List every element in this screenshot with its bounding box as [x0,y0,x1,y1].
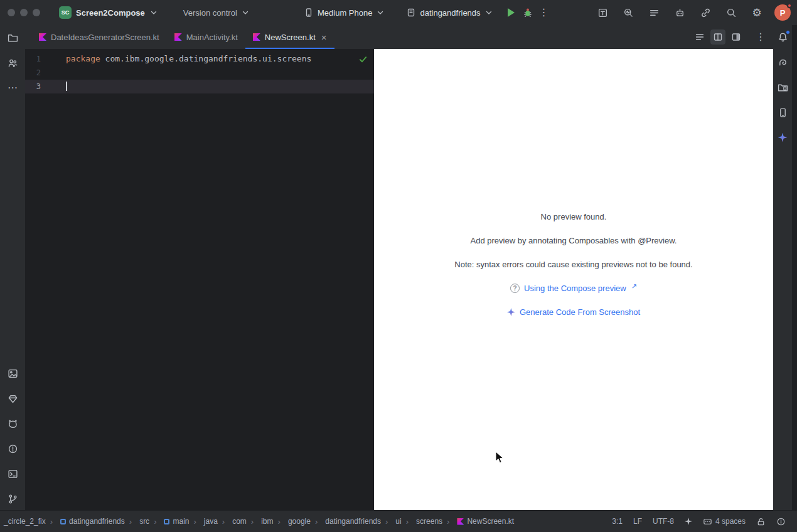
design-view-button[interactable] [729,29,744,45]
left-tool-stripe: ⋯ [0,25,25,510]
chevron-down-icon [484,8,493,17]
terminal-tool-button[interactable] [4,465,21,482]
inspections-widget[interactable] [358,55,368,64]
device-explorer-tool-button[interactable] [774,79,791,95]
code-view-button[interactable] [692,29,707,45]
breadcrumb-item[interactable]: ibm [247,517,274,526]
breadcrumb-item[interactable]: com [218,517,247,526]
tab-label: MainActivity.kt [186,33,238,42]
kotlin-file-icon [253,33,260,41]
phone-icon [304,8,314,18]
line-number: 3 [25,80,41,93]
more-actions-button[interactable]: ⋮ [536,4,552,21]
code-line: package com.ibm.google.datingandfriends.… [66,52,311,66]
ai-status-widget[interactable] [685,518,692,525]
breadcrumb: _circle_2_fix datingandfriends src main … [4,517,514,526]
breadcrumb-item[interactable]: src [125,517,149,526]
split-view-button[interactable] [710,29,725,45]
run-configuration-selector[interactable]: datingandfriends [402,5,496,20]
project-tool-button[interactable] [4,29,21,46]
sparkle-icon [507,308,515,316]
settings-button[interactable]: ⚙ [749,4,765,21]
compose-preview-docs-link[interactable]: Using the Compose preview [524,284,626,293]
tab-mainactivity[interactable]: MainActivity.kt [167,25,245,49]
maximize-window-button[interactable] [33,9,40,16]
device-manager-tool-button[interactable] [774,104,791,120]
close-window-button[interactable] [8,9,15,16]
close-tab-icon[interactable]: × [321,33,327,42]
external-link-icon: ↗ [631,282,637,291]
project-name: Screen2Compose [76,8,145,18]
layout-inspector-button[interactable] [594,4,611,21]
kotlin-file-icon [174,33,182,41]
profiler-button[interactable] [620,4,636,21]
generate-code-link[interactable]: Generate Code From Screenshot [520,307,640,317]
cursor-position-widget[interactable]: 3:1 [612,517,623,526]
current-line-highlight [25,80,374,93]
link-icon [700,8,711,18]
logcat-tool-button[interactable] [4,415,21,432]
gradle-tool-button[interactable] [774,54,791,70]
indent-widget[interactable]: 4 spaces [703,517,746,526]
ide-messages-widget[interactable] [776,517,786,526]
minimize-window-button[interactable] [20,9,28,16]
right-tool-stripe [773,25,792,510]
generate-code-row: Generate Code From Screenshot [507,307,640,317]
bug-icon [522,7,533,18]
vcs-widget[interactable]: Version control [183,8,250,18]
run-configuration-label: datingandfriends [420,8,480,18]
line-separator-widget[interactable]: LF [633,517,642,526]
search-everywhere-button[interactable] [723,4,739,21]
encoding-widget[interactable]: UTF-8 [653,517,674,526]
code-text: com.ibm.google.datingandfriends.ui.scree… [100,54,312,63]
terminal-icon [8,469,18,479]
gemini-tool-button[interactable] [774,129,791,146]
debug-button[interactable] [520,4,536,21]
cat-icon [8,418,18,429]
breadcrumb-item-file[interactable]: NewScreen.kt [442,517,514,526]
folder-icon [8,33,18,43]
editor-options-button[interactable]: ⋮ [753,29,768,45]
robot-icon [675,8,685,18]
folder-phone-icon [778,82,788,93]
breadcrumb-item[interactable]: main [149,517,189,526]
notifications-button[interactable] [774,29,791,45]
breadcrumb-item[interactable]: screens [402,517,442,526]
preview-title: No preview found. [541,212,607,221]
resource-manager-tool-button[interactable] [4,364,21,382]
device-selector[interactable]: Medium Phone [300,5,388,20]
version-control-tool-button[interactable] [4,490,21,508]
breadcrumb-item[interactable]: _circle_2_fix [4,517,46,526]
collaboration-tool-button[interactable] [4,54,21,72]
logcat-button[interactable] [646,4,662,21]
people-icon [8,58,18,68]
project-widget[interactable]: SC Screen2Compose [55,4,162,21]
breadcrumb-item[interactable]: datingandfriends [46,517,125,526]
problems-tool-button[interactable] [4,440,21,457]
code-view-icon [695,32,705,42]
module-icon [164,519,169,524]
tab-dateideasgeneratorscreen[interactable]: DateIdeasGeneratorScreen.kt [31,25,167,49]
more-tool-windows-button[interactable]: ⋯ [4,79,21,97]
ai-assistant-button[interactable] [671,4,688,21]
breadcrumb-item[interactable]: google [274,517,311,526]
run-button[interactable] [503,4,520,21]
breadcrumb-item[interactable]: java [189,517,217,526]
module-icon [60,519,66,524]
breadcrumb-item[interactable]: datingandfriends [311,517,381,526]
avatar[interactable]: P [774,4,791,21]
avatar-initial: P [780,8,786,18]
device-pairing-button[interactable] [697,4,714,21]
read-only-toggle[interactable] [756,517,766,526]
gradle-elephant-icon [778,57,788,68]
code-editor[interactable]: 1 2 3 package com.ibm.google.datingandfr… [25,49,374,510]
breadcrumb-item[interactable]: ui [381,517,402,526]
editor-tab-bar: DateIdeasGeneratorScreen.kt MainActivity… [25,25,773,49]
gemini-icon [778,133,788,142]
tab-newscreen[interactable]: NewScreen.kt × [245,25,334,49]
diamond-icon [8,393,18,404]
build-variants-tool-button[interactable] [4,390,21,407]
notification-dot [786,30,790,35]
preview-hint-annotate: Add preview by annotating Composables wi… [471,236,677,245]
vcs-label: Version control [183,8,237,18]
